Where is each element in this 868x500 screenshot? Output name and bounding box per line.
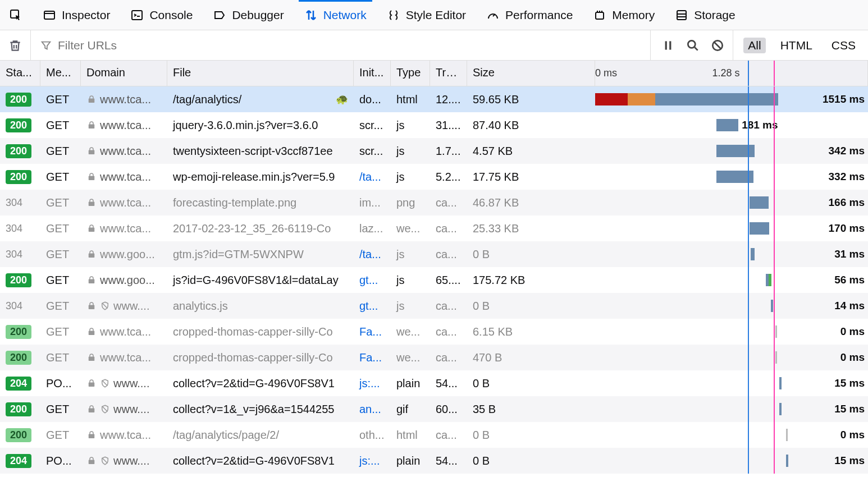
status-badge: 204 [6,377,31,391]
lock-icon [86,456,97,466]
transferred-cell: ca... [430,300,467,313]
table-row[interactable]: 200GETwww.tca.../tag/analytics/ 🐢do...ht… [0,86,868,112]
tab-memory[interactable]: Memory [591,0,657,30]
lock-icon [86,378,97,388]
size-cell: 25.33 KB [467,222,595,235]
transferred-cell: ca... [430,248,467,261]
domain-text: www.tca... [100,325,151,338]
initiator-cell[interactable]: Fa... [354,351,391,364]
console-icon [130,8,144,22]
waterfall-bar [779,377,782,389]
table-row[interactable]: 200GETwww.tca...wp-emoji-release.min.js?… [0,164,868,190]
type-cell: js [391,119,430,132]
table-row[interactable]: 204PO...www....collect?v=2&tid=G-496V0FS… [0,448,868,474]
domain-cell: www.tca... [81,145,167,158]
type-cell: js [391,248,430,261]
initiator-cell[interactable]: Fa... [354,325,391,338]
clear-button[interactable] [8,38,22,53]
tab-debugger[interactable]: Debugger [211,0,286,30]
th-initiator[interactable]: Init... [354,61,391,86]
th-transferred[interactable]: Tra... [430,61,467,86]
filter-wrap [30,30,642,60]
waterfall-bar [716,145,755,157]
table-row[interactable]: 200GETwww.tca...twentysixteen-script-v3c… [0,138,868,164]
domain-text: www.tca... [100,93,151,106]
search-button[interactable] [686,38,700,53]
waterfall-tick-128: 1.28 s [712,67,740,79]
table-row[interactable]: 200GETwww.tca...cropped-thomas-capper-si… [0,319,868,345]
type-cell: we... [391,325,430,338]
table-row[interactable]: 304GETwww....analytics.jsgt...jsca...0 B… [0,293,868,319]
pill-all[interactable]: All [743,38,765,53]
filter-input[interactable] [58,39,642,52]
initiator-cell[interactable]: gt... [354,274,391,287]
table-row[interactable]: 304GETwww.goo...gtm.js?id=GTM-5WXNPW/ta.… [0,241,868,267]
initiator-cell[interactable]: /ta... [354,248,391,261]
waterfall-cell: 1515 ms [595,86,868,112]
status-badge: 304 [6,222,27,236]
type-cell: we... [391,222,430,235]
type-cell: js [391,145,430,158]
initiator-cell[interactable]: gt... [354,300,391,313]
tab-performance[interactable]: Performance [484,0,575,30]
waterfall-bar [771,300,773,312]
tab-storage[interactable]: Storage [673,0,738,30]
th-type[interactable]: Type [391,61,430,86]
file-cell: /tag/analytics/page/2/ [167,429,354,442]
tab-style-editor[interactable]: Style Editor [385,0,468,30]
debugger-icon [213,8,226,22]
table-row[interactable]: 200GETwww.tca.../tag/analytics/page/2/ot… [0,422,868,448]
request-rows: 200GETwww.tca.../tag/analytics/ 🐢do...ht… [0,86,868,474]
pill-css[interactable]: CSS [827,38,860,53]
initiator-cell[interactable]: an... [354,403,391,416]
tab-label: Console [149,8,193,22]
waterfall-time: 15 ms [834,403,865,415]
waterfall-time: 14 ms [834,300,865,312]
memory-icon [593,8,606,22]
pick-element-button[interactable] [7,0,25,30]
svg-rect-2 [132,11,142,20]
tab-console[interactable]: Console [128,0,195,30]
th-size[interactable]: Size [467,61,595,86]
throttle-button[interactable] [710,38,725,53]
table-row[interactable]: 200GETwww....collect?v=1&_v=j96&a=154425… [0,396,868,422]
waterfall-bar [750,222,769,235]
file-cell: forecasting-template.png [167,196,354,209]
domain-cell: www.tca... [81,429,167,442]
shield-off-icon [100,404,110,414]
pause-button[interactable] [661,38,675,53]
th-domain[interactable]: Domain [81,61,167,86]
initiator-cell[interactable]: js:... [354,377,391,390]
initiator-cell[interactable]: /ta... [354,171,391,184]
initiator-cell: im... [354,196,391,209]
pill-html[interactable]: HTML [776,38,817,53]
th-file[interactable]: File [167,61,354,86]
tab-network[interactable]: Network [302,0,369,30]
table-row[interactable]: 200GETwww.tca...jquery-3.6.0.min.js?ver=… [0,112,868,138]
table-row[interactable]: 204PO...www....collect?v=2&tid=G-496V0FS… [0,370,868,396]
table-row[interactable]: 200GETwww.goo...js?id=G-496V0FS8V1&l=dat… [0,267,868,293]
file-cell: collect?v=2&tid=G-496V0FS8V1 [167,377,354,390]
th-method[interactable]: Me... [40,61,81,86]
method-cell: GET [40,145,81,158]
size-cell: 0 B [467,248,595,261]
waterfall-time: 332 ms [829,171,865,183]
status-cell: 200 [0,351,40,365]
domain-cell: www.goo... [81,248,167,261]
th-waterfall[interactable]: 0 ms 1.28 s [595,61,868,86]
waterfall-time: 15 ms [834,455,865,467]
block-icon [710,38,725,53]
file-cell: collect?v=1&_v=j96&a=1544255 [167,403,354,416]
waterfall-time: 166 ms [829,196,865,209]
table-row[interactable]: 304GETwww.tca...2017-02-23-12_35_26-6119… [0,215,868,241]
tab-inspector[interactable]: Inspector [40,0,112,30]
lock-icon [86,301,97,311]
domain-cell: www.... [81,403,167,416]
domain-cell: www.tca... [81,325,167,338]
status-badge: 204 [6,454,31,468]
initiator-cell[interactable]: js:... [354,455,391,467]
table-row[interactable]: 200GETwww.tca...cropped-thomas-capper-si… [0,345,868,370]
table-row[interactable]: 304GETwww.tca...forecasting-template.png… [0,190,868,215]
th-status[interactable]: Sta... [0,61,40,86]
waterfall-cell: 15 ms [595,370,868,396]
